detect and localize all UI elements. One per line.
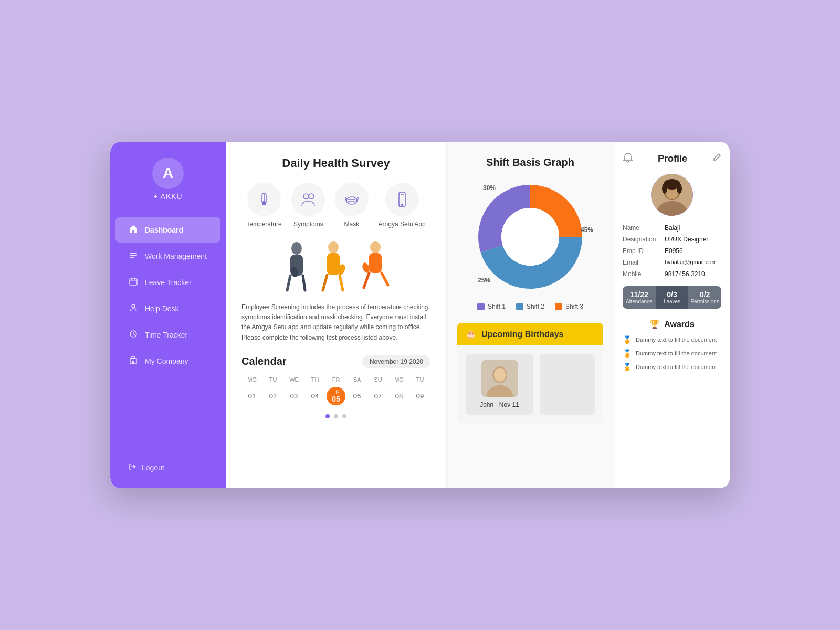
sidebar-item-leave-tracker[interactable]: Leave Tracker	[116, 270, 220, 295]
svg-line-26	[303, 276, 305, 290]
birthday-content: John - Nov 11	[457, 345, 603, 423]
date-06[interactable]: 06	[348, 387, 366, 406]
health-icon-arogya[interactable]: Arogya Setu App	[379, 183, 426, 228]
calendar-title: Calendar	[242, 355, 287, 368]
health-icons-row: Temperature Symptoms	[242, 183, 430, 228]
health-icon-symptoms[interactable]: Symptoms	[291, 183, 325, 228]
award-item-3: 🏅 Dummy text to fill the document	[623, 363, 721, 371]
sidebar-item-work-management[interactable]: Work Management	[116, 244, 220, 269]
svg-point-33	[370, 242, 381, 253]
date-01[interactable]: 01	[243, 387, 261, 406]
svg-line-31	[340, 275, 343, 290]
profile-row-empid: Emp ID E0956	[623, 247, 721, 255]
svg-rect-2	[130, 257, 134, 258]
arogya-label: Arogya Setu App	[379, 220, 426, 228]
leaves-label: Leaves	[658, 299, 687, 304]
day-th: TH	[306, 376, 324, 383]
stat-permissions[interactable]: 0/2 Permissions	[688, 286, 721, 309]
date-07[interactable]: 07	[369, 387, 387, 406]
svg-point-28	[328, 242, 339, 253]
calendar-section: Calendar November 19 2020 MO TU WE TH FR…	[242, 355, 430, 418]
today-day-num: 05	[332, 395, 340, 403]
email-value: bvbalaji@gmail.com	[665, 259, 717, 266]
svg-point-21	[401, 204, 403, 206]
sidebar-item-help-desk[interactable]: Help Desk	[116, 296, 220, 321]
birthday-card-empty	[540, 354, 595, 415]
helpdesk-icon	[128, 303, 139, 314]
permissions-label: Permissions	[690, 299, 719, 304]
day-fr: FR	[327, 376, 345, 383]
day-we: WE	[285, 376, 303, 383]
svg-line-35	[364, 273, 369, 288]
symptoms-label: Symptoms	[293, 220, 323, 228]
logout-button[interactable]: Logout	[116, 452, 220, 483]
calendar-pagination-dots	[242, 414, 430, 418]
calendar-dates-row: 01 02 03 04 FR 05 06 07 08 09	[242, 387, 430, 406]
legend-dot-shift2	[516, 303, 523, 310]
svg-rect-0	[130, 253, 137, 254]
svg-point-42	[501, 208, 559, 266]
birthday-icon: 🎂	[466, 329, 476, 339]
sidebar-item-time-tracker[interactable]: Time Tracker	[116, 322, 220, 348]
symptoms-icon-circle	[291, 183, 325, 216]
birthday-avatar-john	[481, 360, 518, 397]
chart-label-25: 25%	[478, 277, 490, 284]
dot-1[interactable]	[326, 414, 330, 418]
temperature-icon-circle	[247, 183, 281, 216]
chart-legend: Shift 1 Shift 2 Shift 3	[457, 303, 603, 310]
dot-3[interactable]	[342, 414, 346, 418]
notification-icon[interactable]	[623, 152, 633, 165]
main-content: Daily Health Survey Temperature	[226, 142, 730, 488]
svg-point-51	[677, 183, 682, 194]
day-mo: MO	[243, 376, 261, 383]
birthday-header: 🎂 Upcoming Birthdays	[457, 323, 603, 345]
profile-title: Profile	[633, 153, 712, 164]
company-icon	[128, 356, 139, 366]
empid-label: Emp ID	[623, 247, 665, 255]
date-02[interactable]: 02	[264, 387, 282, 406]
svg-point-23	[291, 242, 302, 255]
legend-dot-shift3	[555, 303, 562, 310]
calendar-header: Calendar November 19 2020	[242, 355, 430, 368]
john-avatar-svg	[481, 360, 518, 397]
svg-rect-1	[130, 255, 137, 256]
date-03[interactable]: 03	[285, 387, 303, 406]
logo-icon: A	[152, 158, 184, 189]
people-illustration	[242, 240, 430, 293]
health-icon-mask[interactable]: Mask	[335, 183, 369, 228]
day-tu: TU	[264, 376, 282, 383]
date-04[interactable]: 04	[306, 387, 324, 406]
stat-attendance[interactable]: 11/22 Attendance	[623, 286, 656, 309]
edit-icon[interactable]	[712, 153, 721, 165]
sidebar-item-my-company[interactable]: My Company	[116, 349, 220, 374]
awards-section: 🏆 Awards 🏅 Dummy text to fill the docume…	[623, 319, 721, 371]
calendar-icon	[128, 277, 139, 288]
date-08[interactable]: 08	[390, 387, 408, 406]
legend-shift3: Shift 3	[555, 303, 583, 310]
svg-line-30	[323, 275, 327, 290]
health-icon-temperature[interactable]: Temperature	[246, 183, 281, 228]
award-item-2: 🏅 Dummy text to fill the document	[623, 349, 721, 358]
birthday-card-john: John - Nov 11	[466, 354, 533, 415]
sidebar-nav: Dashboard Work Management Leave Tracker …	[110, 211, 226, 447]
trophy-icon: 🏆	[649, 319, 660, 329]
date-09[interactable]: 09	[411, 387, 429, 406]
profile-info-table: Name Balaji Designation UI/UX Designer E…	[623, 224, 721, 278]
date-today[interactable]: FR 05	[327, 387, 345, 406]
mask-icon-circle	[335, 183, 369, 216]
sidebar-item-dashboard[interactable]: Dashboard	[116, 217, 220, 243]
middle-panel: Shift Basis Graph 30% 45% 25%	[446, 142, 614, 488]
mask-label: Mask	[344, 220, 360, 228]
day-su: SU	[369, 376, 387, 383]
legend-dot-shift1	[477, 303, 485, 310]
name-label: Name	[623, 224, 665, 232]
mobile-value: 9817456 3210	[665, 270, 705, 278]
stat-leaves[interactable]: 0/3 Leaves	[656, 286, 689, 309]
designation-label: Designation	[623, 236, 665, 243]
profile-avatar	[651, 174, 693, 216]
leaves-num: 0/3	[658, 290, 687, 299]
app-name: + AKKU	[153, 192, 182, 201]
today-day-abbr: FR	[332, 389, 339, 395]
profile-avatar-svg	[651, 174, 693, 216]
dot-2[interactable]	[334, 414, 338, 418]
